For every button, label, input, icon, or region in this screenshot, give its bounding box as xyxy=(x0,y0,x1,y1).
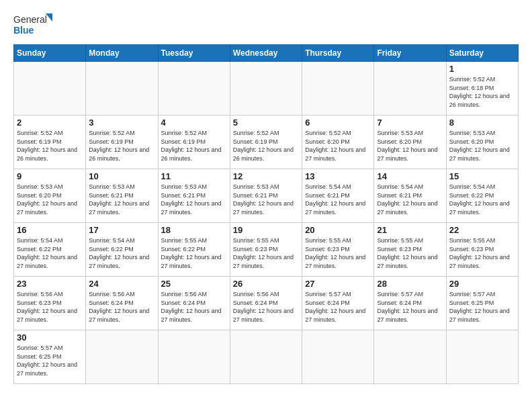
day-number: 21 xyxy=(377,225,443,235)
day-info: Sunrise: 5:52 AMSunset: 6:18 PMDaylight:… xyxy=(449,75,515,109)
weekday-label: Thursday xyxy=(302,45,374,62)
day-number: 13 xyxy=(305,171,371,181)
calendar-cell xyxy=(374,62,446,116)
day-info: Sunrise: 5:52 AMSunset: 6:19 PMDaylight:… xyxy=(89,129,154,163)
day-number: 24 xyxy=(89,279,154,289)
day-info: Sunrise: 5:52 AMSunset: 6:20 PMDaylight:… xyxy=(305,129,371,163)
day-number: 29 xyxy=(449,279,515,289)
calendar-cell xyxy=(86,330,158,384)
calendar-cell: 8Sunrise: 5:53 AMSunset: 6:20 PMDaylight… xyxy=(446,116,518,169)
day-number: 27 xyxy=(305,279,371,289)
calendar-cell: 6Sunrise: 5:52 AMSunset: 6:20 PMDaylight… xyxy=(302,116,374,169)
calendar-cell: 9Sunrise: 5:53 AMSunset: 6:20 PMDaylight… xyxy=(14,169,86,223)
day-info: Sunrise: 5:54 AMSunset: 6:22 PMDaylight:… xyxy=(17,236,83,270)
calendar-cell: 17Sunrise: 5:54 AMSunset: 6:22 PMDayligh… xyxy=(86,223,158,277)
logo-svg: General Blue xyxy=(13,11,54,40)
day-info: Sunrise: 5:55 AMSunset: 6:23 PMDaylight:… xyxy=(233,236,299,270)
day-info: Sunrise: 5:56 AMSunset: 6:24 PMDaylight:… xyxy=(161,290,227,324)
svg-text:General: General xyxy=(13,14,47,25)
day-info: Sunrise: 5:53 AMSunset: 6:20 PMDaylight:… xyxy=(17,183,83,216)
calendar-week-row: 2Sunrise: 5:52 AMSunset: 6:19 PMDaylight… xyxy=(14,116,519,169)
day-number: 5 xyxy=(233,118,299,128)
day-number: 23 xyxy=(17,279,83,289)
calendar-cell: 7Sunrise: 5:53 AMSunset: 6:20 PMDaylight… xyxy=(374,116,446,169)
day-number: 30 xyxy=(17,332,83,342)
day-number: 11 xyxy=(161,171,227,181)
day-info: Sunrise: 5:57 AMSunset: 6:25 PMDaylight:… xyxy=(449,290,515,324)
calendar-cell: 3Sunrise: 5:52 AMSunset: 6:19 PMDaylight… xyxy=(86,116,158,169)
calendar-cell: 11Sunrise: 5:53 AMSunset: 6:21 PMDayligh… xyxy=(158,169,230,223)
calendar-cell: 19Sunrise: 5:55 AMSunset: 6:23 PMDayligh… xyxy=(230,223,302,277)
calendar-cell: 21Sunrise: 5:55 AMSunset: 6:23 PMDayligh… xyxy=(374,223,446,277)
day-info: Sunrise: 5:57 AMSunset: 6:24 PMDaylight:… xyxy=(305,290,371,324)
logo: General Blue xyxy=(13,11,54,40)
day-info: Sunrise: 5:54 AMSunset: 6:22 PMDaylight:… xyxy=(89,236,154,270)
day-info: Sunrise: 5:55 AMSunset: 6:22 PMDaylight:… xyxy=(161,236,227,270)
day-number: 28 xyxy=(377,279,443,289)
calendar-cell xyxy=(302,330,374,384)
day-info: Sunrise: 5:57 AMSunset: 6:25 PMDaylight:… xyxy=(17,344,83,377)
day-number: 9 xyxy=(17,171,83,181)
calendar-week-row: 1Sunrise: 5:52 AMSunset: 6:18 PMDaylight… xyxy=(14,62,519,116)
calendar-cell: 15Sunrise: 5:54 AMSunset: 6:22 PMDayligh… xyxy=(446,169,518,223)
weekday-label: Wednesday xyxy=(230,45,302,62)
day-info: Sunrise: 5:53 AMSunset: 6:21 PMDaylight:… xyxy=(161,183,227,216)
day-number: 4 xyxy=(161,118,227,128)
day-number: 16 xyxy=(17,225,83,235)
calendar-cell xyxy=(14,62,86,116)
calendar-cell xyxy=(86,62,158,116)
day-info: Sunrise: 5:53 AMSunset: 6:20 PMDaylight:… xyxy=(377,129,443,163)
calendar-cell: 24Sunrise: 5:56 AMSunset: 6:24 PMDayligh… xyxy=(86,277,158,330)
calendar-cell xyxy=(446,330,518,384)
day-info: Sunrise: 5:53 AMSunset: 6:21 PMDaylight:… xyxy=(89,183,154,216)
day-number: 7 xyxy=(377,118,443,128)
calendar: SundayMondayTuesdayWednesdayThursdayFrid… xyxy=(13,44,519,384)
day-info: Sunrise: 5:54 AMSunset: 6:21 PMDaylight:… xyxy=(305,183,371,216)
calendar-cell: 16Sunrise: 5:54 AMSunset: 6:22 PMDayligh… xyxy=(14,223,86,277)
day-number: 3 xyxy=(89,118,154,128)
calendar-cell: 26Sunrise: 5:56 AMSunset: 6:24 PMDayligh… xyxy=(230,277,302,330)
calendar-cell: 1Sunrise: 5:52 AMSunset: 6:18 PMDaylight… xyxy=(446,62,518,116)
calendar-cell: 5Sunrise: 5:52 AMSunset: 6:19 PMDaylight… xyxy=(230,116,302,169)
weekday-label: Tuesday xyxy=(158,45,230,62)
day-number: 17 xyxy=(89,225,154,235)
calendar-cell xyxy=(302,62,374,116)
day-number: 25 xyxy=(161,279,227,289)
day-number: 12 xyxy=(233,171,299,181)
day-info: Sunrise: 5:56 AMSunset: 6:23 PMDaylight:… xyxy=(17,290,83,324)
calendar-cell: 27Sunrise: 5:57 AMSunset: 6:24 PMDayligh… xyxy=(302,277,374,330)
svg-text:Blue: Blue xyxy=(13,25,34,36)
day-number: 2 xyxy=(17,118,83,128)
calendar-cell: 14Sunrise: 5:54 AMSunset: 6:21 PMDayligh… xyxy=(374,169,446,223)
day-number: 18 xyxy=(161,225,227,235)
calendar-cell: 29Sunrise: 5:57 AMSunset: 6:25 PMDayligh… xyxy=(446,277,518,330)
calendar-cell: 12Sunrise: 5:53 AMSunset: 6:21 PMDayligh… xyxy=(230,169,302,223)
weekday-label: Friday xyxy=(374,45,446,62)
day-info: Sunrise: 5:54 AMSunset: 6:21 PMDaylight:… xyxy=(377,183,443,216)
day-number: 1 xyxy=(449,64,515,74)
calendar-cell xyxy=(374,330,446,384)
calendar-cell xyxy=(230,330,302,384)
day-number: 14 xyxy=(377,171,443,181)
calendar-body: 1Sunrise: 5:52 AMSunset: 6:18 PMDaylight… xyxy=(14,62,519,384)
day-number: 26 xyxy=(233,279,299,289)
calendar-week-row: 16Sunrise: 5:54 AMSunset: 6:22 PMDayligh… xyxy=(14,223,519,277)
calendar-week-row: 23Sunrise: 5:56 AMSunset: 6:23 PMDayligh… xyxy=(14,277,519,330)
calendar-cell: 20Sunrise: 5:55 AMSunset: 6:23 PMDayligh… xyxy=(302,223,374,277)
day-info: Sunrise: 5:52 AMSunset: 6:19 PMDaylight:… xyxy=(17,129,83,163)
day-info: Sunrise: 5:53 AMSunset: 6:21 PMDaylight:… xyxy=(233,183,299,216)
day-number: 19 xyxy=(233,225,299,235)
header: General Blue xyxy=(13,11,519,40)
day-info: Sunrise: 5:52 AMSunset: 6:19 PMDaylight:… xyxy=(161,129,227,163)
day-info: Sunrise: 5:56 AMSunset: 6:24 PMDaylight:… xyxy=(89,290,154,324)
calendar-cell: 18Sunrise: 5:55 AMSunset: 6:22 PMDayligh… xyxy=(158,223,230,277)
day-info: Sunrise: 5:53 AMSunset: 6:20 PMDaylight:… xyxy=(449,129,515,163)
calendar-cell: 25Sunrise: 5:56 AMSunset: 6:24 PMDayligh… xyxy=(158,277,230,330)
day-number: 6 xyxy=(305,118,371,128)
day-info: Sunrise: 5:56 AMSunset: 6:24 PMDaylight:… xyxy=(233,290,299,324)
day-info: Sunrise: 5:52 AMSunset: 6:19 PMDaylight:… xyxy=(233,129,299,163)
calendar-week-row: 9Sunrise: 5:53 AMSunset: 6:20 PMDaylight… xyxy=(14,169,519,223)
day-number: 20 xyxy=(305,225,371,235)
calendar-cell xyxy=(158,62,230,116)
day-number: 22 xyxy=(449,225,515,235)
